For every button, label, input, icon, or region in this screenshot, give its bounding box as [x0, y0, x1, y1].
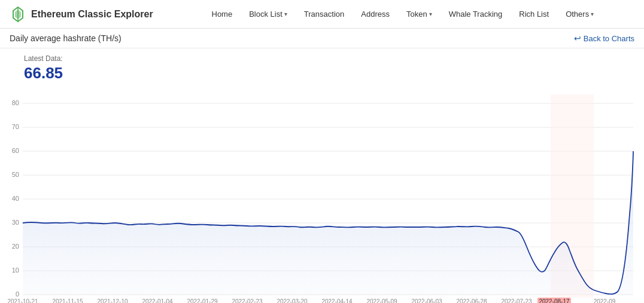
chart-area: 80 70 60 50 40 30 20 10 0: [6, 88, 634, 303]
svg-text:2022-01-04: 2022-01-04: [142, 298, 173, 303]
nav-whale-tracking[interactable]: Whale Tracking: [442, 6, 510, 22]
page-title: Daily average hashrate (TH/s): [10, 33, 121, 43]
chart-container: Latest Data: 66.85 80 70 60 50 40 30 20 …: [0, 48, 644, 303]
nav-others[interactable]: Others ▾: [558, 6, 601, 22]
navbar: Ethereum Classic Explorer Home Block Lis…: [0, 0, 644, 29]
svg-text:2021-10-21: 2021-10-21: [7, 298, 38, 303]
svg-text:2022-03-20: 2022-03-20: [277, 298, 308, 303]
svg-text:2022-06-28: 2022-06-28: [456, 298, 487, 303]
svg-text:70: 70: [12, 123, 19, 130]
brand[interactable]: Ethereum Classic Explorer: [10, 6, 153, 23]
svg-text:2022-01-29: 2022-01-29: [187, 298, 218, 303]
svg-text:2022-05-09: 2022-05-09: [366, 298, 397, 303]
svg-text:2022-08-17: 2022-08-17: [539, 298, 570, 303]
brand-name: Ethereum Classic Explorer: [31, 9, 153, 20]
svg-text:50: 50: [12, 171, 19, 178]
svg-text:40: 40: [12, 195, 19, 202]
svg-text:30: 30: [12, 219, 19, 226]
chevron-down-icon-2: ▾: [429, 11, 432, 17]
chevron-down-icon-3: ▾: [591, 11, 594, 17]
nav-token[interactable]: Token ▾: [399, 6, 439, 22]
svg-text:2022-02-23: 2022-02-23: [232, 298, 263, 303]
chevron-down-icon: ▾: [284, 11, 287, 17]
svg-text:10: 10: [12, 267, 19, 274]
svg-text:2022-07-23: 2022-07-23: [501, 298, 532, 303]
svg-text:2022-09: 2022-09: [594, 298, 616, 303]
svg-text:2021-11-15: 2021-11-15: [52, 298, 83, 303]
svg-text:0: 0: [16, 290, 19, 298]
brand-icon: [10, 6, 26, 23]
hashrate-chart: 80 70 60 50 40 30 20 10 0: [6, 88, 634, 303]
latest-data-label: Latest Data:: [24, 54, 634, 63]
back-to-charts-link[interactable]: ↩ Back to Charts: [574, 33, 634, 43]
nav-transaction[interactable]: Transaction: [297, 6, 351, 22]
undo-icon: ↩: [574, 33, 581, 43]
svg-text:60: 60: [12, 147, 19, 154]
svg-text:2021-12-10: 2021-12-10: [97, 298, 128, 303]
svg-text:80: 80: [12, 99, 19, 106]
svg-text:2022-04-14: 2022-04-14: [321, 298, 353, 303]
page-header: Daily average hashrate (TH/s) ↩ Back to …: [0, 29, 644, 48]
nav-address[interactable]: Address: [354, 6, 397, 22]
svg-text:20: 20: [12, 243, 19, 250]
latest-data-value: 66.85: [24, 64, 634, 82]
nav-menu: Home Block List ▾ Transaction Address To…: [171, 6, 634, 22]
svg-text:2022-06-03: 2022-06-03: [411, 298, 442, 303]
nav-home[interactable]: Home: [205, 6, 240, 22]
nav-block-list[interactable]: Block List ▾: [242, 6, 294, 22]
nav-rich-list[interactable]: Rich List: [512, 6, 556, 22]
